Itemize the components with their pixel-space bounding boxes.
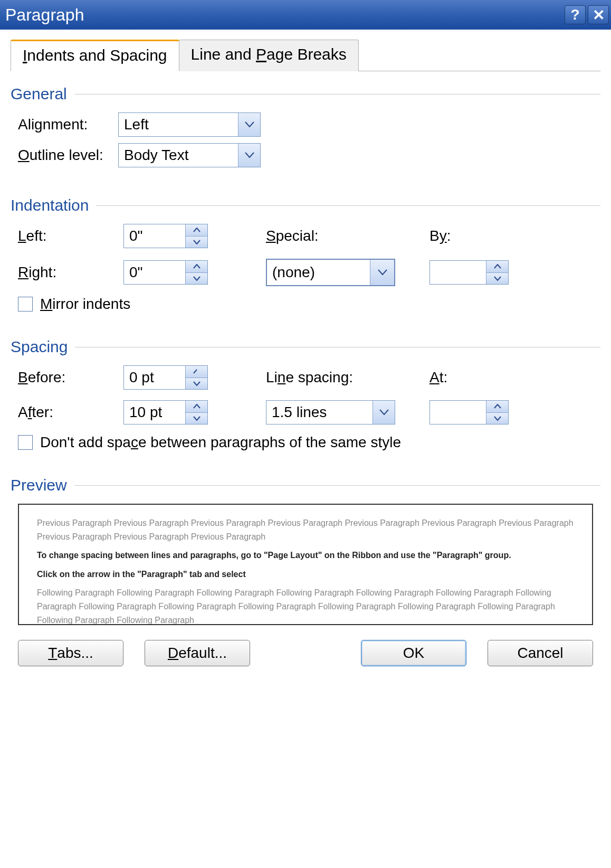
- before-spinner[interactable]: 0 pt: [123, 365, 208, 390]
- after-label: After:: [18, 404, 123, 421]
- ok-button[interactable]: OK: [361, 640, 466, 666]
- special-value: (none): [267, 262, 370, 283]
- spin-up-icon[interactable]: [486, 401, 508, 413]
- mirror-indents-label: Mirror indents: [40, 296, 130, 313]
- outline-level-combo[interactable]: Body Text: [118, 143, 261, 167]
- indent-right-value: 0": [124, 262, 185, 283]
- close-button[interactable]: ✕: [588, 5, 609, 24]
- by-spinner[interactable]: [429, 260, 509, 285]
- cancel-button[interactable]: Cancel: [488, 640, 593, 666]
- mirror-indents-checkbox[interactable]: [18, 297, 33, 312]
- after-spinner[interactable]: 10 pt: [123, 400, 208, 424]
- outline-level-label: Outline level:: [18, 147, 118, 164]
- by-label: By:: [429, 228, 514, 244]
- section-spacing: Spacing: [11, 338, 600, 356]
- spin-down-icon[interactable]: [186, 273, 207, 285]
- before-value: 0 pt: [124, 367, 185, 388]
- indent-left-value: 0": [124, 225, 185, 247]
- preview-previous-text: Previous Paragraph Previous Paragraph Pr…: [37, 516, 574, 543]
- help-button[interactable]: ?: [565, 5, 586, 24]
- spin-up-icon[interactable]: [186, 261, 207, 273]
- before-label: Before:: [18, 369, 123, 386]
- dont-add-space-label: Don't add space between paragraphs of th…: [40, 434, 401, 451]
- spin-up-icon[interactable]: [486, 261, 508, 273]
- chevron-down-icon[interactable]: [373, 401, 395, 424]
- line-spacing-combo[interactable]: 1.5 lines: [266, 400, 395, 424]
- tab-indents-spacing[interactable]: IIndents and Spacingndents and Spacing: [11, 40, 179, 71]
- at-spinner[interactable]: [429, 400, 509, 424]
- indent-right-label: Right:: [18, 264, 123, 281]
- chevron-down-icon[interactable]: [238, 113, 260, 136]
- title-bar: Paragraph ? ✕: [0, 0, 611, 30]
- spin-down-icon[interactable]: [186, 378, 207, 390]
- tab-line-page-breaks-label: Line and Page Breaks: [191, 45, 347, 63]
- tab-strip: IIndents and Spacingndents and Spacing L…: [11, 39, 600, 71]
- chevron-down-icon[interactable]: [370, 260, 394, 285]
- alignment-value: Left: [119, 114, 238, 135]
- tab-indents-spacing-label: Indents and Spacingndents and Spacing: [27, 46, 167, 64]
- at-value: [430, 410, 486, 414]
- line-spacing-value: 1.5 lines: [266, 402, 373, 423]
- after-value: 10 pt: [124, 402, 185, 423]
- tabs-button[interactable]: Tabs...: [18, 640, 123, 666]
- preview-following-text: Following Paragraph Following Paragraph …: [37, 586, 574, 625]
- section-general: General: [11, 85, 600, 103]
- line-spacing-label: Line spacing:: [266, 369, 408, 386]
- preview-sample-line-1: To change spacing between lines and para…: [37, 549, 574, 562]
- alignment-combo[interactable]: Left: [118, 112, 261, 137]
- spin-up-icon[interactable]: [186, 366, 207, 378]
- indent-left-spinner[interactable]: 0": [123, 224, 208, 248]
- default-button[interactable]: Default...: [145, 640, 250, 666]
- tab-line-page-breaks[interactable]: Line and Page Breaks: [179, 40, 359, 71]
- special-combo[interactable]: (none): [266, 259, 395, 286]
- alignment-label: Alignment:: [18, 116, 118, 133]
- at-label: At:: [429, 369, 514, 386]
- spin-down-icon[interactable]: [486, 273, 508, 285]
- spin-down-icon[interactable]: [186, 237, 207, 248]
- spin-up-icon[interactable]: [186, 401, 207, 413]
- spin-up-icon[interactable]: [186, 224, 207, 237]
- dont-add-space-checkbox[interactable]: [18, 435, 33, 450]
- spin-down-icon[interactable]: [486, 413, 508, 424]
- indent-right-spinner[interactable]: 0": [123, 260, 208, 285]
- by-value: [430, 270, 486, 275]
- spin-down-icon[interactable]: [186, 413, 207, 424]
- section-preview: Preview: [11, 476, 600, 494]
- indent-left-label: Left:: [18, 228, 123, 244]
- outline-level-value: Body Text: [119, 145, 238, 166]
- preview-box: Previous Paragraph Previous Paragraph Pr…: [18, 504, 593, 625]
- chevron-down-icon[interactable]: [238, 144, 260, 167]
- section-indentation: Indentation: [11, 196, 600, 214]
- special-label: Special:: [266, 228, 408, 244]
- window-title: Paragraph: [5, 5, 565, 25]
- preview-sample-line-2: Click on the arrow in the "Paragraph" ta…: [37, 568, 574, 581]
